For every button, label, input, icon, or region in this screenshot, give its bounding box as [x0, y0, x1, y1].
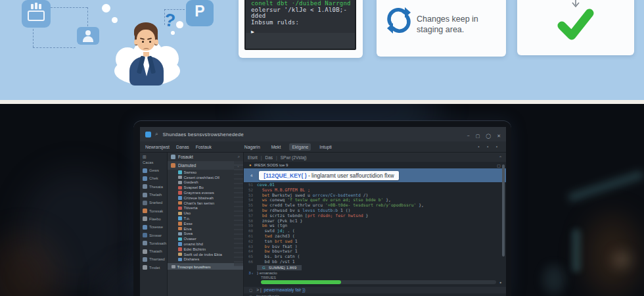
monitor: ⌕ Shundaes besnsvstrowshenedede −▢◯✕ New… [133, 120, 511, 296]
ide-menubar: NewrarsjwstDanasFostauk NagarinMektEktga… [140, 141, 506, 153]
activity-bar-item[interactable]: Tmdet [140, 264, 167, 272]
editor-breadcrumb-item[interactable]: Das [265, 155, 273, 160]
tool-p-icon: P [186, 0, 214, 26]
line-number: 51 [244, 183, 257, 188]
menu-item[interactable]: Newrarsjwst [145, 145, 170, 149]
tree-item[interactable]: Ovaser [168, 236, 243, 241]
file-icon [172, 265, 175, 269]
fold-icon: G [262, 265, 265, 270]
chevron-up-icon[interactable]: ⌃ [499, 155, 502, 160]
tool-window-icon [143, 209, 147, 213]
person-badge-icon [77, 27, 99, 45]
tree-item[interactable]: Gwdesh [168, 180, 243, 185]
tree-item[interactable]: Swrsso [168, 170, 243, 175]
check-card [517, 0, 634, 55]
tree-item[interactable]: T.o. [168, 216, 243, 221]
search-icon[interactable]: ⌕ [155, 131, 158, 137]
file-icon [178, 253, 182, 257]
tool-window-icon [143, 241, 147, 245]
tool-window-icon [143, 193, 147, 197]
tree-item[interactable]: Dishares [168, 257, 243, 262]
tree-item[interactable]: Etva [168, 226, 243, 232]
tree-item[interactable]: Svapsel Bo [168, 185, 243, 190]
status-row: ▢ teurcurbecio [244, 293, 506, 296]
selected-code-line[interactable]: 4 [112QUE_KEY( ) - linglaramt user saffo… [244, 168, 506, 182]
editor-breadcrumb-item[interactable]: SPwr (2Vstaj) [281, 155, 307, 160]
terminal-line: conelt dbt ·/duibed Narrgnd [251, 0, 351, 7]
menu-item[interactable]: Danas [176, 145, 189, 149]
activity-bar-item[interactable]: Flaebo [140, 215, 167, 223]
activity-bar-item[interactable]: Thwrtasd [140, 255, 167, 263]
file-icon [178, 176, 182, 180]
activity-bar-item[interactable]: Simswr [140, 231, 167, 239]
question-mark: ? [163, 10, 177, 32]
editor-scrollbar[interactable] [502, 164, 505, 257]
run-icon[interactable]: ● [249, 163, 252, 167]
window-title: Shundaes besnsvstrowshenedede [162, 132, 461, 137]
search-icon[interactable]: ⌕ [238, 155, 240, 159]
terminal-snippet: conelt dbt ·/duibed Narrgndeolersur '/kl… [244, 0, 356, 50]
file-icon [178, 191, 182, 195]
tree-item[interactable]: Uso [168, 210, 243, 216]
window-control-button[interactable]: ◯ [486, 134, 491, 138]
activity-bar-item[interactable]: Tonssak [140, 207, 167, 214]
line-number: 64 [244, 249, 257, 255]
tool-window-icon [143, 184, 147, 189]
file-icon [178, 222, 182, 226]
editor-tab[interactable]: Ektgane [289, 143, 311, 151]
activity-bar-item[interactable]: Thesata [140, 183, 167, 191]
tree-item[interactable]: Edst Bichtrin [168, 247, 243, 252]
activity-bar-item[interactable]: Thelath [140, 191, 167, 199]
file-icon [178, 242, 182, 246]
project-panel: Fosaukt ⌕ Diamuted ⌄ Swr [168, 153, 244, 296]
commit-hint-tooltip: [112QUE_KEY( ) - linglaramt user saffour… [259, 171, 398, 180]
tree-item[interactable]: Cesert crash/tast.Oll [168, 175, 243, 180]
editor-breadcrumb-item[interactable]: Etsrit [248, 155, 258, 160]
code-line[interactable]: 66 bd bb /vst 1 [244, 260, 506, 265]
progress-row: ● [244, 280, 506, 285]
connector-line [33, 47, 76, 48]
tree-item[interactable]: Crizeue bbsireah [168, 195, 243, 201]
file-icon [178, 227, 182, 231]
menu-item[interactable]: Fostauk [196, 145, 212, 149]
thought-bubble [102, 4, 110, 12]
editor-tab[interactable]: Mekt [269, 143, 284, 151]
project-root-row[interactable]: Diamuted ⌄ [168, 161, 243, 170]
line-number: 57 [244, 214, 257, 219]
activity-bar-item[interactable]: Chek [140, 174, 167, 182]
box-icon[interactable]: ▢ [497, 163, 501, 168]
line-number: 52 [244, 188, 257, 193]
activity-bar-item[interactable]: Tonsksath [140, 239, 167, 247]
tool-window-icon [143, 176, 147, 181]
tree-item[interactable]: Titiverta [168, 206, 243, 211]
fold-summary-row: G SUMME) 1.869 [244, 265, 506, 270]
grid-icon[interactable]: ⊞ [140, 154, 167, 160]
tool-window-icon [143, 265, 147, 270]
tree-item[interactable]: Grayznes evexes [168, 190, 243, 195]
tree-item[interactable]: onazst bhd [168, 241, 243, 247]
activity-bar-item[interactable]: Thatath [140, 247, 167, 255]
connector-line [33, 29, 34, 47]
line-number: 66 [244, 260, 257, 265]
line-number: 53 [244, 193, 257, 199]
tree-item-selected[interactable]: Tmscnpt brusthsm [168, 263, 243, 270]
tree-item[interactable]: Esse [168, 221, 243, 226]
editor-tab[interactable]: Intupti [317, 143, 334, 151]
project-panel-header[interactable]: Fosaukt ⌕ [168, 153, 243, 161]
toolbar-icons[interactable]: ▪ ▪ ▪ [478, 145, 501, 149]
window-control-button[interactable]: ▢ [476, 134, 480, 138]
window-control-button[interactable]: ✕ [497, 134, 501, 138]
tree-item[interactable]: Swift ud de trobs Ekta [168, 252, 243, 257]
tree-item[interactable]: Chart's fan serisn [168, 201, 243, 206]
window-control-button[interactable]: − [467, 134, 470, 138]
activity-bar-item[interactable]: Tcsesse [140, 223, 167, 231]
editor-tab[interactable]: Nagarin [242, 143, 263, 151]
tree-item[interactable]: Svea [168, 232, 243, 237]
tool-window-icon [143, 225, 147, 230]
file-icon [178, 170, 182, 174]
line-number: 63 [244, 245, 257, 250]
activity-bar-item[interactable]: Srarked [140, 199, 167, 207]
command-line-row[interactable]: ▢ > | pewermawataly fair }) [244, 287, 506, 293]
activity-bar-item[interactable]: Gews [140, 166, 167, 174]
line-number: 62 [244, 239, 257, 245]
